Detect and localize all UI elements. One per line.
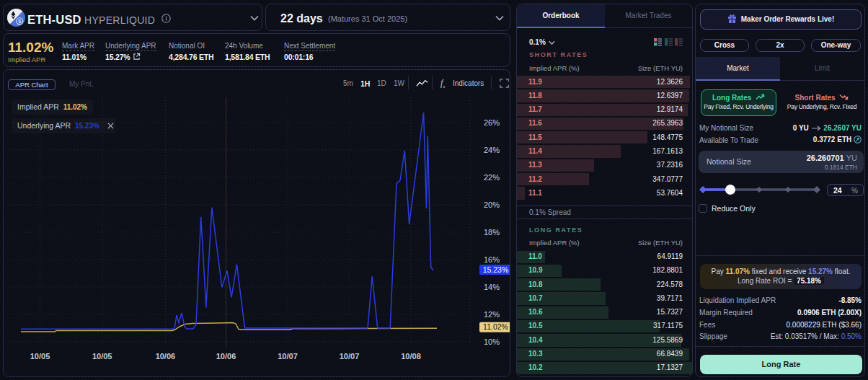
svg-text:15.23%: 15.23% [483,265,509,274]
svg-text:10/07: 10/07 [278,352,298,361]
svg-text:10/07: 10/07 [340,352,360,361]
svg-text:22%: 22% [484,173,500,182]
svg-text:24%: 24% [484,146,500,154]
svg-text:10/05: 10/05 [92,352,112,361]
svg-text:14%: 14% [484,283,500,291]
svg-text:16%: 16% [484,255,500,264]
svg-text:10/06: 10/06 [156,352,176,361]
svg-text:11.02%: 11.02% [483,322,508,331]
svg-text:10/05: 10/05 [30,352,50,361]
svg-text:18%: 18% [484,228,500,237]
svg-text:10%: 10% [484,337,500,346]
svg-text:26%: 26% [484,118,500,127]
svg-text:12%: 12% [484,310,500,319]
svg-text:10/08: 10/08 [401,352,421,361]
svg-text:10/06: 10/06 [216,352,236,361]
svg-text:20%: 20% [484,200,500,209]
